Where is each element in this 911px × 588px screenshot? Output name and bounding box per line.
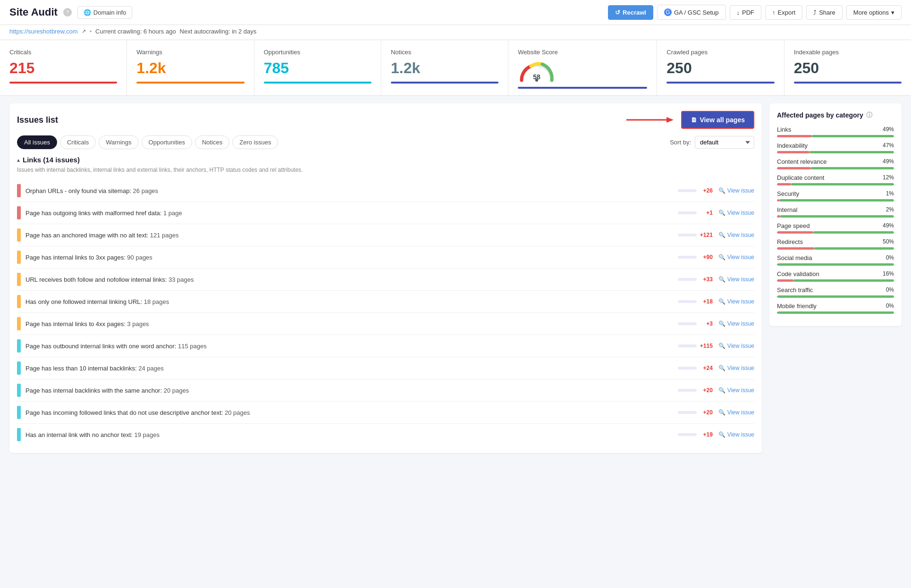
stat-opportunities[interactable]: Opportunities 785	[254, 40, 381, 95]
notices-bar	[391, 82, 498, 84]
search-icon: 🔍	[718, 254, 725, 260]
issue-pages: 1 page	[163, 210, 182, 217]
category-pct: 50%	[883, 238, 894, 245]
search-icon: 🔍	[718, 298, 725, 305]
delta-num: +115	[699, 343, 713, 349]
progress-bar-bg	[777, 199, 894, 202]
view-issue-button[interactable]: 🔍 View issue	[718, 343, 754, 349]
category-name: Duplicate content	[777, 174, 824, 181]
chevron-down-icon: ▾	[891, 9, 894, 16]
progress-bar-bg	[777, 183, 894, 185]
view-issue-button[interactable]: 🔍 View issue	[718, 387, 754, 394]
criticals-bar	[9, 82, 117, 84]
sidebar-category-row[interactable]: Search traffic 0%	[777, 286, 894, 298]
progress-bar-bg	[777, 167, 894, 169]
domain-info-button[interactable]: 🌐 Domain info	[77, 6, 132, 19]
view-issue-button[interactable]: 🔍 View issue	[718, 232, 754, 238]
info-icon: ⓘ	[866, 111, 872, 119]
stat-warnings[interactable]: Warnings 1.2k	[127, 40, 254, 95]
export-button[interactable]: ↑ Export	[765, 5, 802, 20]
view-issue-button[interactable]: 🔍 View issue	[718, 298, 754, 305]
issue-pages: 18 pages	[144, 298, 169, 305]
issue-indicator	[17, 228, 21, 242]
progress-bar-green	[811, 167, 894, 169]
issue-delta: +18	[675, 298, 713, 305]
sidebar-category-row[interactable]: Security 1%	[777, 190, 894, 202]
issue-delta: +20	[675, 409, 713, 416]
issue-text: Page has outgoing links with malformed h…	[25, 210, 675, 217]
progress-bar-bg	[777, 135, 894, 137]
share-button[interactable]: ⤴ Share	[806, 5, 843, 20]
filter-opportunities[interactable]: Opportunities	[142, 135, 192, 149]
progress-bar-green	[812, 135, 894, 137]
sidebar-category-row[interactable]: Indexability 47%	[777, 142, 894, 153]
sidebar-category-row[interactable]: Redirects 50%	[777, 238, 894, 250]
view-issue-button[interactable]: 🔍 View issue	[718, 409, 754, 416]
category-name: Content relevance	[777, 158, 827, 165]
progress-bar-green	[813, 231, 894, 234]
issue-row: Page has outbound internal links with on…	[17, 335, 754, 357]
filter-zero-issues[interactable]: Zero issues	[232, 135, 278, 149]
sidebar-category-row[interactable]: Code validation 16%	[777, 270, 894, 282]
stat-indexable-pages[interactable]: Indexable pages 250	[784, 40, 911, 95]
progress-bar-red	[777, 151, 810, 153]
view-issue-button[interactable]: 🔍 View issue	[718, 276, 754, 283]
delta-num: +1	[699, 210, 713, 216]
progress-bar-bg	[777, 295, 894, 298]
sidebar-category-row[interactable]: Page speed 49%	[777, 222, 894, 234]
sidebar-category-row[interactable]: Duplicate content 12%	[777, 174, 894, 185]
recrawl-icon: ↺	[615, 9, 620, 16]
ga-gsc-button[interactable]: G GA / GSC Setup	[657, 5, 726, 20]
progress-bar-bg	[777, 215, 894, 218]
view-issue-button[interactable]: 🔍 View issue	[718, 210, 754, 216]
filter-notices[interactable]: Notices	[195, 135, 229, 149]
filter-warnings[interactable]: Warnings	[99, 135, 138, 149]
sidebar-category-row[interactable]: Links 49%	[777, 126, 894, 137]
delta-bar	[678, 189, 697, 192]
issue-indicator	[17, 339, 21, 353]
issue-pages: 33 pages	[169, 276, 194, 283]
category-pct: 1%	[886, 190, 894, 197]
issue-delta: +26	[675, 187, 713, 194]
sidebar-category-row[interactable]: Content relevance 49%	[777, 158, 894, 169]
more-options-button[interactable]: More options ▾	[846, 5, 902, 20]
header-left: Site Audit ? 🌐 Domain info	[9, 6, 132, 19]
delta-bar	[678, 256, 697, 259]
autocrawl-status: Next autocrawling: in 2 days	[180, 28, 257, 35]
progress-bar-bg	[777, 247, 894, 250]
issue-text: URL receives both follow and nofollow in…	[25, 276, 675, 283]
sidebar-categories: Links 49% Indexability 47% Content relev…	[777, 126, 894, 314]
category-name: Search traffic	[777, 286, 813, 294]
sidebar-category-row[interactable]: Mobile friendly 0%	[777, 302, 894, 314]
issue-pages: 26 pages	[133, 187, 159, 194]
issue-indicator	[17, 384, 21, 397]
category-pct: 12%	[883, 174, 894, 181]
view-issue-button[interactable]: 🔍 View issue	[718, 365, 754, 371]
category-name: Code validation	[777, 270, 819, 277]
sidebar-category-row[interactable]: Social media 0%	[777, 254, 894, 266]
site-url-link[interactable]: https://sureshotbrew.com	[9, 28, 78, 35]
progress-bar-red	[777, 135, 812, 137]
filter-all-issues[interactable]: All issues	[17, 135, 57, 149]
stat-criticals[interactable]: Criticals 215	[0, 40, 127, 95]
stat-website-score[interactable]: Website Score 58	[508, 40, 657, 95]
search-icon: 🔍	[718, 387, 725, 394]
view-issue-button[interactable]: 🔍 View issue	[718, 431, 754, 438]
view-issue-button[interactable]: 🔍 View issue	[718, 187, 754, 194]
sidebar-category-row[interactable]: Internal 2%	[777, 206, 894, 218]
pdf-icon: ↓	[737, 9, 740, 16]
sort-select[interactable]: default alphabetical pages affected	[695, 136, 754, 149]
recrawl-button[interactable]: ↺ Recrawl	[608, 5, 653, 20]
pdf-button[interactable]: ↓ PDF	[730, 5, 762, 20]
delta-num: +20	[699, 387, 713, 394]
delta-bar	[678, 433, 697, 436]
view-all-pages-button[interactable]: 🗎 View all pages	[681, 111, 754, 129]
dual-bar	[777, 311, 894, 314]
delta-num: +19	[699, 431, 713, 438]
stat-notices[interactable]: Notices 1.2k	[381, 40, 508, 95]
stat-crawled-pages[interactable]: Crawled pages 250	[657, 40, 784, 95]
view-issue-button[interactable]: 🔍 View issue	[718, 254, 754, 260]
view-issue-button[interactable]: 🔍 View issue	[718, 320, 754, 327]
help-icon[interactable]: ?	[63, 8, 72, 17]
filter-criticals[interactable]: Criticals	[60, 135, 96, 149]
